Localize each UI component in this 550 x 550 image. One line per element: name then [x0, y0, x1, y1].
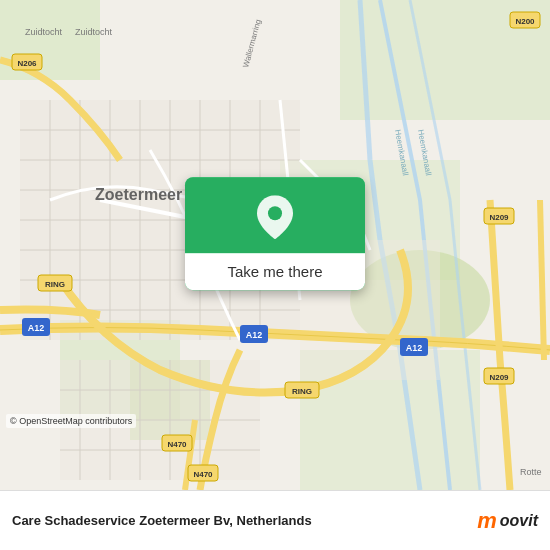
take-me-there-label: Take me there — [185, 253, 365, 290]
svg-text:Zoetermeer: Zoetermeer — [95, 186, 182, 203]
attribution-text: © OpenStreetMap contributors — [10, 416, 132, 426]
footer-title: Care Schadeservice Zoetermeer Bv, Nether… — [12, 513, 312, 528]
svg-text:A12: A12 — [246, 330, 263, 340]
svg-text:A12: A12 — [406, 343, 423, 353]
button-icon-area — [185, 177, 365, 253]
svg-text:N209: N209 — [489, 213, 509, 222]
location-pin-icon — [257, 195, 293, 239]
svg-point-63 — [268, 206, 282, 220]
svg-text:Zuidtocht: Zuidtocht — [25, 27, 63, 37]
svg-text:A12: A12 — [28, 323, 45, 333]
footer-left: Care Schadeservice Zoetermeer Bv, Nether… — [12, 513, 312, 528]
svg-text:Rotte: Rotte — [520, 467, 542, 477]
button-overlay: Take me there — [185, 177, 365, 290]
svg-text:N470: N470 — [167, 440, 187, 449]
moovit-text: oovit — [500, 512, 538, 530]
svg-text:N200: N200 — [515, 17, 535, 26]
moovit-m-letter: m — [477, 508, 497, 534]
svg-text:RING: RING — [292, 387, 312, 396]
map-container: A12 A12 A12 RING RING N206 N470 N470 N20… — [0, 0, 550, 490]
svg-text:N206: N206 — [17, 59, 37, 68]
svg-text:Zuidtocht: Zuidtocht — [75, 27, 113, 37]
svg-text:N470: N470 — [193, 470, 213, 479]
moovit-logo: m oovit — [477, 508, 538, 534]
footer-bar: Care Schadeservice Zoetermeer Bv, Nether… — [0, 490, 550, 550]
svg-text:RING: RING — [45, 280, 65, 289]
take-me-there-button[interactable]: Take me there — [185, 177, 365, 290]
osm-attribution: © OpenStreetMap contributors — [6, 414, 136, 428]
svg-text:N209: N209 — [489, 373, 509, 382]
